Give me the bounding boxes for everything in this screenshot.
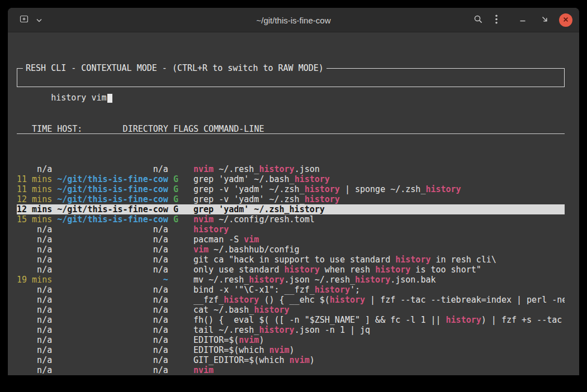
row-command: __fzf_history () { __ehc $(history | fzf… bbox=[193, 295, 565, 305]
table-row[interactable]: n/an/ahistory bbox=[17, 224, 565, 235]
titlebar-right bbox=[471, 13, 579, 27]
table-row[interactable]: 19 mins~mv ~/.resh_history.json ~/.resh_… bbox=[17, 275, 565, 285]
table-row[interactable]: 15 mins~/git/this-is-fine-cowGnvim ~/.co… bbox=[17, 214, 565, 224]
row-time: n/a bbox=[17, 245, 52, 255]
row-time: n/a bbox=[17, 345, 52, 355]
row-flags: G bbox=[173, 194, 188, 204]
new-tab-button[interactable] bbox=[17, 13, 31, 27]
row-time: n/a bbox=[17, 315, 52, 325]
row-directory: n/a bbox=[57, 255, 168, 265]
row-directory: ~/git/this-is-fine-cow bbox=[57, 184, 168, 194]
minimize-button[interactable] bbox=[515, 13, 530, 27]
row-command: grep -v 'yadm' ~/.zsh_history bbox=[193, 194, 565, 204]
table-row[interactable]: 11 mins~/git/this-is-fine-cowGgrep -v 'y… bbox=[17, 184, 565, 194]
row-directory: n/a bbox=[57, 335, 168, 345]
search-button[interactable] bbox=[471, 13, 485, 27]
table-row[interactable]: n/an/anvim ~/.resh_history.json bbox=[17, 164, 565, 174]
row-command: pacman -S vim bbox=[193, 235, 565, 245]
table-row[interactable]: 11 mins~/git/this-is-fine-cowGgrep 'yadm… bbox=[17, 174, 565, 184]
search-input[interactable]: history vim bbox=[51, 93, 112, 103]
row-flags bbox=[173, 245, 188, 255]
table-row[interactable]: n/an/aGIT_EDITOR=$(which nvim) bbox=[17, 355, 565, 365]
row-command: GIT_EDITOR=$(which nvim) bbox=[193, 355, 565, 365]
row-flags bbox=[173, 255, 188, 265]
tab-list-dropdown-button[interactable] bbox=[35, 13, 43, 27]
titlebar[interactable]: ~/git/this-is-fine-cow bbox=[8, 8, 579, 32]
row-time: 15 mins bbox=[17, 214, 52, 224]
text-cursor bbox=[107, 94, 112, 103]
terminal-screen[interactable]: RESH CLI - CONTEXTUAL MODE - (CTRL+R to … bbox=[8, 32, 579, 375]
row-time: n/a bbox=[17, 305, 52, 315]
table-row[interactable]: 12 mins~/git/this-is-fine-cowGgrep -v 'y… bbox=[17, 194, 565, 204]
table-row[interactable]: n/an/atail ~/.resh_history.json -n 1 | j… bbox=[17, 325, 565, 335]
row-flags bbox=[173, 164, 188, 174]
row-directory: n/a bbox=[57, 355, 168, 365]
row-time: 12 mins bbox=[17, 204, 52, 214]
row-command: nvim ~/.config/resh.toml bbox=[193, 214, 565, 224]
table-row[interactable]: n/an/apacman -S vim bbox=[17, 235, 565, 245]
row-flags bbox=[173, 325, 188, 335]
row-command: grep -v 'yadm' ~/.zsh_history | sponge ~… bbox=[193, 184, 565, 194]
table-row[interactable]: n/an/aEDITOR=$(nvim) bbox=[17, 335, 565, 345]
row-command: git ca "hack in support to use standard … bbox=[193, 255, 565, 265]
minimize-icon bbox=[519, 15, 527, 25]
row-time: 19 mins bbox=[17, 275, 52, 285]
header-host-directory: HOST: DIRECTORY bbox=[57, 124, 168, 134]
row-command: nvim bbox=[193, 365, 565, 375]
restore-window-icon bbox=[541, 15, 549, 25]
row-time: n/a bbox=[17, 355, 52, 365]
row-directory: ~/git/this-is-fine-cow bbox=[57, 194, 168, 204]
unmaximize-button[interactable] bbox=[537, 13, 552, 27]
window-title: ~/git/this-is-fine-cow bbox=[257, 15, 331, 25]
row-time: n/a bbox=[17, 285, 52, 295]
row-flags bbox=[173, 224, 188, 235]
row-time: n/a bbox=[17, 224, 52, 235]
row-time: 11 mins bbox=[17, 184, 52, 194]
row-command: bind -x '"\C-x1": __fzf_history'; bbox=[193, 285, 565, 295]
row-command: grep 'yadm' ~/.zsh_history bbox=[193, 204, 565, 214]
table-row[interactable]: n/an/avim ~/.bashhub/config bbox=[17, 245, 565, 255]
row-time: 11 mins bbox=[17, 174, 52, 184]
table-row[interactable]: 12 mins~/git/this-is-fine-cowGgrep 'yadm… bbox=[17, 204, 565, 214]
table-row[interactable]: n/an/abind -x '"\C-x1": __fzf_history'; bbox=[17, 285, 565, 295]
row-directory: n/a bbox=[57, 235, 168, 245]
row-directory: n/a bbox=[57, 285, 168, 295]
row-time: n/a bbox=[17, 164, 52, 174]
row-flags: G bbox=[173, 174, 188, 184]
row-directory: n/a bbox=[57, 315, 168, 325]
header-directory: DIRECTORY bbox=[123, 124, 168, 134]
row-flags bbox=[173, 345, 188, 355]
table-header: TIME HOST: DIRECTORY FLAGS COMMAND-LINE bbox=[17, 124, 565, 134]
row-command: grep 'yadm' ~/.bash_history bbox=[193, 174, 565, 184]
row-directory: n/a bbox=[57, 325, 168, 335]
row-flags bbox=[173, 365, 188, 375]
table-row[interactable]: n/an/anvim bbox=[17, 365, 565, 375]
row-time: n/a bbox=[17, 235, 52, 245]
row-directory: ~/git/this-is-fine-cow bbox=[57, 214, 168, 224]
table-row[interactable]: n/an/acat ~/.bash_history bbox=[17, 305, 565, 315]
history-rows: n/an/anvim ~/.resh_history.json11 mins~/… bbox=[17, 164, 565, 375]
row-command: vim ~/.bashhub/config bbox=[193, 245, 565, 255]
table-row[interactable]: n/an/agit ca "hack in support to use sta… bbox=[17, 255, 565, 265]
close-button[interactable] bbox=[559, 13, 572, 27]
row-command: only use standard history when resh hist… bbox=[193, 265, 565, 275]
row-directory: ~/git/this-is-fine-cow bbox=[57, 174, 168, 184]
row-directory: n/a bbox=[57, 345, 168, 355]
row-time: n/a bbox=[17, 295, 52, 305]
row-command: tail ~/.resh_history.json -n 1 | jq bbox=[193, 325, 565, 335]
table-row[interactable]: n/an/afh() { eval $( ([ -n "$ZSH_NAME" ]… bbox=[17, 315, 565, 325]
table-row[interactable]: n/an/a__fzf_history () { __ehc $(history… bbox=[17, 295, 565, 305]
row-command: cat ~/.bash_history bbox=[193, 305, 565, 315]
table-row[interactable]: n/an/aonly use standard history when res… bbox=[17, 265, 565, 275]
search-box: RESH CLI - CONTEXTUAL MODE - (CTRL+R to … bbox=[17, 68, 565, 87]
row-directory: ~/git/this-is-fine-cow bbox=[57, 204, 168, 214]
menu-button[interactable] bbox=[493, 13, 500, 27]
kebab-menu-icon bbox=[495, 15, 498, 26]
row-flags bbox=[173, 335, 188, 345]
row-flags bbox=[173, 265, 188, 275]
table-row[interactable]: n/an/aEDITOR=$(which nvim) bbox=[17, 345, 565, 355]
row-command: fh() { eval $( ([ -n "$ZSH_NAME" ] && fc… bbox=[193, 315, 565, 325]
row-flags bbox=[173, 295, 188, 305]
row-directory: n/a bbox=[57, 295, 168, 305]
header-flags-command: FLAGS COMMAND-LINE bbox=[173, 124, 565, 134]
